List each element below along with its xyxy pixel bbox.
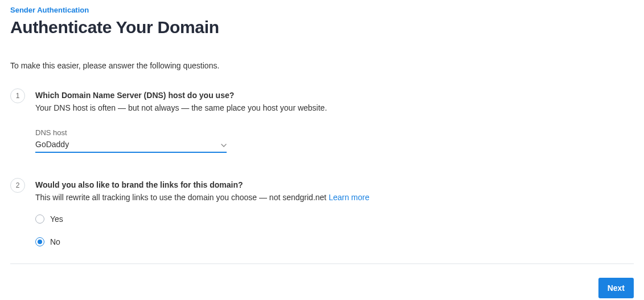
radio-label-yes: Yes	[50, 214, 63, 224]
step-2: 2 Would you also like to brand the links…	[10, 180, 634, 246]
step-1-body: Which Domain Name Server (DNS) host do y…	[35, 91, 634, 153]
intro-text: To make this easier, please answer the f…	[10, 61, 634, 70]
step-2-body: Would you also like to brand the links f…	[35, 180, 634, 246]
radio-option-yes[interactable]: Yes	[35, 214, 634, 224]
dns-host-selected: GoDaddy	[35, 140, 69, 149]
page-title: Authenticate Your Domain	[10, 18, 634, 37]
radio-label-no: No	[50, 237, 60, 246]
step-1-question: Which Domain Name Server (DNS) host do y…	[35, 91, 634, 100]
step-number-2: 2	[10, 178, 25, 193]
step-1-help: Your DNS host is often — but not always …	[35, 103, 634, 112]
radio-icon-selected	[35, 237, 44, 246]
radio-option-no[interactable]: No	[35, 237, 634, 246]
radio-icon-unselected	[35, 214, 44, 224]
breadcrumb-sender-authentication[interactable]: Sender Authentication	[10, 6, 634, 14]
chevron-down-icon	[221, 139, 227, 149]
divider	[10, 263, 634, 264]
step-2-help: This will rewrite all tracking links to …	[35, 193, 634, 202]
learn-more-link[interactable]: Learn more	[329, 193, 370, 202]
step-number-1: 1	[10, 88, 25, 103]
next-button[interactable]: Next	[598, 278, 634, 298]
dns-host-select[interactable]: GoDaddy	[35, 139, 227, 153]
dns-host-label: DNS host	[35, 128, 634, 137]
step-2-help-text: This will rewrite all tracking links to …	[35, 193, 329, 202]
step-1: 1 Which Domain Name Server (DNS) host do…	[10, 91, 634, 153]
step-2-question: Would you also like to brand the links f…	[35, 180, 634, 189]
footer: Next	[10, 278, 634, 298]
